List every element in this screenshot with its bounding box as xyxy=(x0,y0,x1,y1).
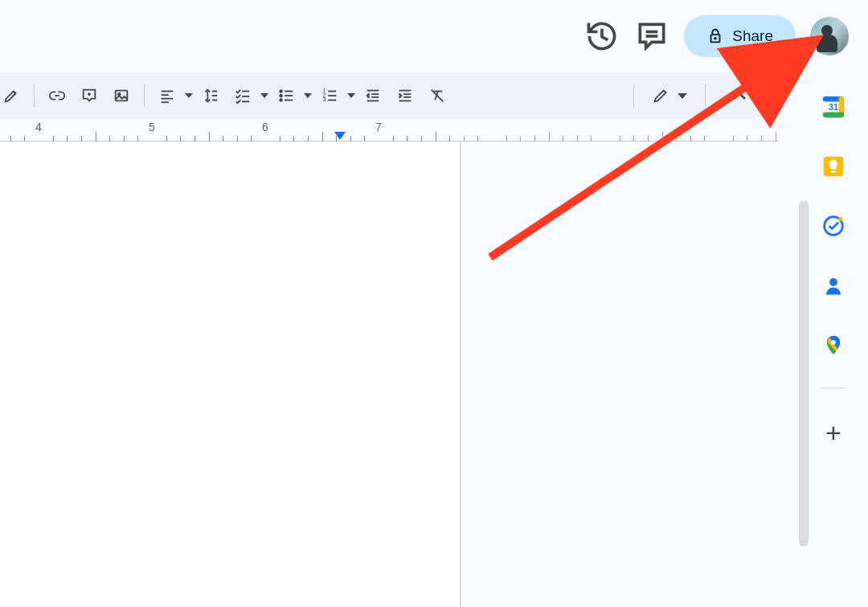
clear-formatting-button[interactable] xyxy=(421,80,453,112)
account-avatar[interactable] xyxy=(810,17,849,55)
bulleted-list-icon xyxy=(277,87,295,105)
contacts-icon xyxy=(823,275,844,296)
tasks-icon xyxy=(822,215,845,237)
svg-point-3 xyxy=(714,38,716,39)
numbered-list-icon: 1 2 3 xyxy=(321,87,338,105)
indent-marker-icon xyxy=(334,132,346,141)
ruler-label: 7 xyxy=(375,121,382,133)
lock-icon xyxy=(706,27,724,45)
highlight-color-button[interactable] xyxy=(0,80,27,112)
indent-decrease-icon xyxy=(364,87,382,105)
keep-app-button[interactable] xyxy=(821,154,845,178)
svg-text:3: 3 xyxy=(323,96,326,102)
side-panel-scrollbar[interactable] xyxy=(799,201,809,547)
title-bar: Share xyxy=(0,0,868,72)
pencil-icon xyxy=(652,87,669,105)
collapse-toolbar-button[interactable] xyxy=(722,78,757,113)
chevron-down-icon xyxy=(260,93,268,98)
svg-rect-6 xyxy=(116,91,128,101)
document-margin-area xyxy=(461,141,778,607)
chevron-down-icon xyxy=(304,93,312,98)
svg-point-50 xyxy=(838,217,842,221)
version-history-button[interactable] xyxy=(584,18,620,54)
svg-point-23 xyxy=(280,99,282,101)
bulleted-list-dropdown[interactable] xyxy=(302,93,313,98)
plus-icon: + xyxy=(825,417,841,448)
calendar-icon: 31 xyxy=(821,95,845,119)
link-icon xyxy=(48,87,66,105)
checklist-dropdown[interactable] xyxy=(259,93,270,98)
maps-app-button[interactable] xyxy=(821,333,845,357)
horizontal-ruler[interactable]: 4 5 6 7 xyxy=(0,119,778,141)
document-surface xyxy=(0,141,778,607)
align-button[interactable] xyxy=(151,80,183,112)
ruler-label: 6 xyxy=(262,121,268,133)
highlighter-icon xyxy=(2,87,20,105)
insert-image-button[interactable] xyxy=(105,80,137,112)
svg-point-21 xyxy=(280,95,282,97)
toolbar-separator xyxy=(633,84,634,107)
get-addons-button[interactable]: + xyxy=(825,419,841,446)
ruler-label: 5 xyxy=(149,121,155,133)
checklist-icon xyxy=(234,87,252,105)
share-button[interactable]: Share xyxy=(684,15,796,57)
bulleted-list-button[interactable] xyxy=(270,80,302,112)
clear-formatting-icon xyxy=(428,87,446,105)
svg-point-52 xyxy=(831,340,836,345)
chevron-down-icon xyxy=(347,93,355,98)
chevron-up-icon xyxy=(732,91,747,100)
keep-icon xyxy=(822,155,845,178)
tasks-app-button[interactable] xyxy=(821,214,845,238)
toolbar-separator xyxy=(144,84,145,107)
svg-rect-45 xyxy=(823,113,844,118)
svg-point-19 xyxy=(280,90,282,92)
add-comment-button[interactable] xyxy=(73,80,105,112)
contacts-app-button[interactable] xyxy=(821,273,845,297)
document-page[interactable] xyxy=(0,141,461,607)
add-comment-icon xyxy=(80,87,98,105)
maps-icon xyxy=(823,333,844,357)
numbered-list-dropdown[interactable] xyxy=(346,93,357,98)
svg-text:31: 31 xyxy=(829,102,839,112)
share-button-label: Share xyxy=(732,27,773,45)
svg-rect-48 xyxy=(831,170,835,173)
calendar-app-button[interactable]: 31 xyxy=(821,95,845,119)
align-dropdown[interactable] xyxy=(183,93,194,98)
image-icon xyxy=(113,87,130,105)
toolbar-separator xyxy=(34,84,35,107)
insert-link-button[interactable] xyxy=(41,80,73,112)
toolbar: 1 2 3 xyxy=(0,72,773,119)
align-left-icon xyxy=(158,87,176,105)
comment-history-button[interactable] xyxy=(634,18,669,54)
line-spacing-icon xyxy=(202,87,219,105)
comment-icon xyxy=(634,18,669,54)
chevron-down-icon xyxy=(185,93,193,98)
numbered-list-button[interactable]: 1 2 3 xyxy=(313,80,346,112)
line-spacing-button[interactable] xyxy=(194,80,227,112)
ruler-label: 4 xyxy=(35,121,42,133)
decrease-indent-button[interactable] xyxy=(357,80,389,112)
history-icon xyxy=(584,18,620,54)
side-panel-divider xyxy=(820,388,847,388)
checklist-button[interactable] xyxy=(227,80,259,112)
editing-mode-button[interactable] xyxy=(641,80,698,112)
indent-increase-icon xyxy=(396,87,414,105)
chevron-down-icon xyxy=(678,93,687,99)
toolbar-separator xyxy=(705,84,706,107)
svg-point-51 xyxy=(829,278,837,286)
increase-indent-button[interactable] xyxy=(389,80,421,112)
side-panel: 31 + xyxy=(799,72,868,607)
